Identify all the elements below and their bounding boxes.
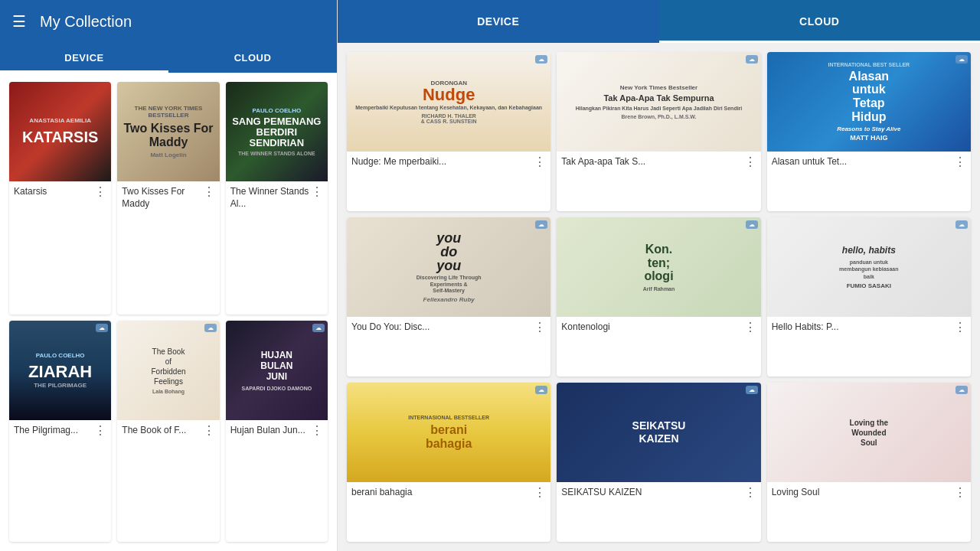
more-icon-bookof[interactable]: ⋮ [203, 423, 215, 438]
book-card-seikatsu[interactable]: SEIKATSUKAIZEN ☁ SEIKATSU KAIZEN ⋮ [557, 383, 760, 542]
more-icon-loving[interactable]: ⋮ [954, 485, 966, 500]
book-cover-seikatsu: SEIKATSUKAIZEN ☁ [557, 383, 760, 482]
book-cover-hello: hello, habits panduan untukmembangun keb… [767, 217, 971, 317]
more-icon-youdoyou[interactable]: ⋮ [534, 320, 546, 334]
header: ☰ My Collection [0, 0, 337, 43]
book-info-youdoyou: You Do You: Disc... ⋮ [347, 317, 550, 337]
book-cover-inner-hujan: HUJANBULANJUNI SAPARDI DJOKO DAMONO [226, 321, 328, 420]
book-cover-winner: PAULO COELHO SANG PEMENANGBERDIRISENDIRI… [226, 82, 328, 181]
book-title-winner: The Winner Stands Al... [230, 186, 309, 210]
cloud-badge-hello: ☁ [956, 220, 968, 229]
book-cover-alasan: INTERNATIONAL BEST SELLER AlasanuntukTet… [767, 52, 971, 152]
more-icon-winner[interactable]: ⋮ [311, 184, 323, 199]
book-cover-youdoyou: youdoyou Discovering Life ThroughExperim… [347, 217, 550, 317]
right-header: DEVICE CLOUD [338, 0, 980, 43]
more-icon-twokisses[interactable]: ⋮ [203, 184, 215, 199]
book-card-bookof[interactable]: The BookofForbiddenFeelings Lala Bohang … [117, 321, 219, 542]
book-card-hello[interactable]: hello, habits panduan untukmembangun keb… [767, 217, 971, 377]
cloud-badge-berani: ☁ [535, 386, 547, 394]
book-title-berani: berani bahagia [351, 487, 532, 499]
left-tab-device[interactable]: DEVICE [0, 43, 168, 73]
left-books-grid: ANASTASIA AEMILIA KATARSIS Katarsis ⋮ TH… [0, 73, 337, 551]
book-info-katarsis: Katarsis ⋮ [9, 181, 111, 202]
book-title-ziarah: The Pilgrimag... [14, 425, 93, 437]
more-icon-takapa[interactable]: ⋮ [744, 155, 756, 169]
left-tab-cloud[interactable]: CLOUD [168, 43, 337, 73]
book-card-takapa[interactable]: New York Times Bestseller Tak Apa-Apa Ta… [557, 52, 760, 211]
book-title-loving: Loving Soul [772, 487, 952, 499]
book-title-konten: Kontenologi [561, 321, 742, 334]
right-tab-cloud[interactable]: CLOUD [659, 0, 981, 43]
book-title-bookof: The Book of F... [122, 425, 201, 437]
book-title-seikatsu: SEIKATSU KAIZEN [561, 487, 742, 499]
book-card-loving[interactable]: Loving theWoundedSoul ☁ Loving Soul ⋮ [767, 383, 971, 542]
book-card-twokisses[interactable]: THE NEW YORK TIMES BESTSELLER Two Kisses… [117, 82, 219, 315]
cloud-badge-alasan: ☁ [956, 55, 968, 64]
book-cover-inner-katarsis: ANASTASIA AEMILIA KATARSIS [9, 82, 111, 181]
book-info-hujan: Hujan Bulan Jun... ⋮ [226, 420, 328, 441]
book-title-nudge: Nudge: Me mperbaiki... [351, 156, 532, 168]
book-info-bookof: The Book of F... ⋮ [117, 420, 219, 441]
book-info-seikatsu: SEIKATSU KAIZEN ⋮ [557, 482, 760, 503]
book-title-katarsis: Katarsis [14, 186, 93, 198]
cloud-badge-loving: ☁ [956, 386, 968, 394]
book-card-hujan[interactable]: HUJANBULANJUNI SAPARDI DJOKO DAMONO ☁ Hu… [226, 321, 328, 542]
book-cover-inner-twokisses: THE NEW YORK TIMES BESTSELLER Two Kisses… [117, 82, 219, 181]
book-cover-inner-winner: PAULO COELHO SANG PEMENANGBERDIRISENDIRI… [226, 82, 328, 181]
more-icon-hello[interactable]: ⋮ [954, 320, 966, 334]
more-icon-ziarah[interactable]: ⋮ [94, 423, 106, 438]
cloud-badge-ziarah: ☁ [96, 324, 108, 332]
book-cover-takapa: New York Times Bestseller Tak Apa-Apa Ta… [557, 52, 760, 152]
cloud-badge-hujan: ☁ [312, 324, 325, 332]
cloud-badge-nudge: ☁ [535, 55, 547, 64]
right-books-grid: DORONGAN Nudge Memperbaiki Keputusan ten… [338, 43, 980, 551]
book-info-winner: The Winner Stands Al... ⋮ [226, 181, 328, 213]
more-icon-nudge[interactable]: ⋮ [534, 155, 546, 169]
cloud-badge-seikatsu: ☁ [746, 386, 758, 394]
right-tab-device[interactable]: DEVICE [338, 0, 659, 43]
hamburger-icon[interactable]: ☰ [12, 12, 26, 31]
more-icon-konten[interactable]: ⋮ [744, 320, 756, 334]
book-cover-konten: Kon.ten;ologi Arif Rahman ☁ [557, 217, 760, 317]
book-card-youdoyou[interactable]: youdoyou Discovering Life ThroughExperim… [347, 217, 550, 377]
book-title-hujan: Hujan Bulan Jun... [230, 425, 309, 437]
book-cover-inner-ziarah: PAULO COELHO ZIARAH THE PILGRIMAGE [9, 321, 111, 420]
book-card-nudge[interactable]: DORONGAN Nudge Memperbaiki Keputusan ten… [347, 52, 550, 211]
book-card-winner[interactable]: PAULO COELHO SANG PEMENANGBERDIRISENDIRI… [226, 82, 328, 315]
book-info-ziarah: The Pilgrimag... ⋮ [9, 420, 111, 441]
book-info-alasan: Alasan untuk Tet... ⋮ [767, 152, 971, 172]
book-cover-berani: INTERNASIONAL BESTSELLER beranibahagia ☁ [347, 383, 550, 482]
book-title-hello: Hello Habits: P... [772, 321, 952, 334]
book-info-berani: berani bahagia ⋮ [347, 482, 550, 503]
app-title: My Collection [40, 13, 132, 31]
book-card-konten[interactable]: Kon.ten;ologi Arif Rahman ☁ Kontenologi … [557, 217, 760, 377]
right-panel: DEVICE CLOUD DORONGAN Nudge Memperbaiki … [338, 0, 980, 551]
book-card-ziarah[interactable]: PAULO COELHO ZIARAH THE PILGRIMAGE ☁ The… [9, 321, 111, 542]
book-title-youdoyou: You Do You: Disc... [351, 321, 532, 334]
book-info-loving: Loving Soul ⋮ [767, 482, 971, 503]
more-icon-alasan[interactable]: ⋮ [954, 155, 966, 169]
book-card-katarsis[interactable]: ANASTASIA AEMILIA KATARSIS Katarsis ⋮ [9, 82, 111, 315]
book-info-hello: Hello Habits: P... ⋮ [767, 317, 971, 337]
more-icon-hujan[interactable]: ⋮ [311, 423, 323, 438]
book-info-takapa: Tak Apa-apa Tak S... ⋮ [557, 152, 760, 172]
more-icon-seikatsu[interactable]: ⋮ [744, 485, 756, 500]
more-icon-berani[interactable]: ⋮ [534, 485, 546, 500]
cloud-badge-takapa: ☁ [746, 55, 758, 64]
book-info-twokisses: Two Kisses For Maddy ⋮ [117, 181, 219, 213]
cloud-badge-bookof: ☁ [204, 324, 217, 332]
book-title-twokisses: Two Kisses For Maddy [122, 186, 201, 210]
left-tabs-bar: DEVICE CLOUD [0, 43, 337, 73]
book-cover-twokisses: THE NEW YORK TIMES BESTSELLER Two Kisses… [117, 82, 219, 181]
book-info-konten: Kontenologi ⋮ [557, 317, 760, 337]
book-title-takapa: Tak Apa-apa Tak S... [561, 156, 742, 168]
book-cover-hujan: HUJANBULANJUNI SAPARDI DJOKO DAMONO ☁ [226, 321, 328, 420]
cloud-badge-konten: ☁ [746, 220, 758, 229]
book-card-berani[interactable]: INTERNASIONAL BESTSELLER beranibahagia ☁… [347, 383, 550, 542]
more-icon-katarsis[interactable]: ⋮ [94, 184, 106, 199]
book-card-alasan[interactable]: INTERNATIONAL BEST SELLER AlasanuntukTet… [767, 52, 971, 211]
cloud-badge-youdoyou: ☁ [535, 220, 547, 229]
book-cover-loving: Loving theWoundedSoul ☁ [767, 383, 971, 482]
book-info-nudge: Nudge: Me mperbaiki... ⋮ [347, 152, 550, 172]
left-panel: ☰ My Collection DEVICE CLOUD ANASTASIA A… [0, 0, 337, 551]
